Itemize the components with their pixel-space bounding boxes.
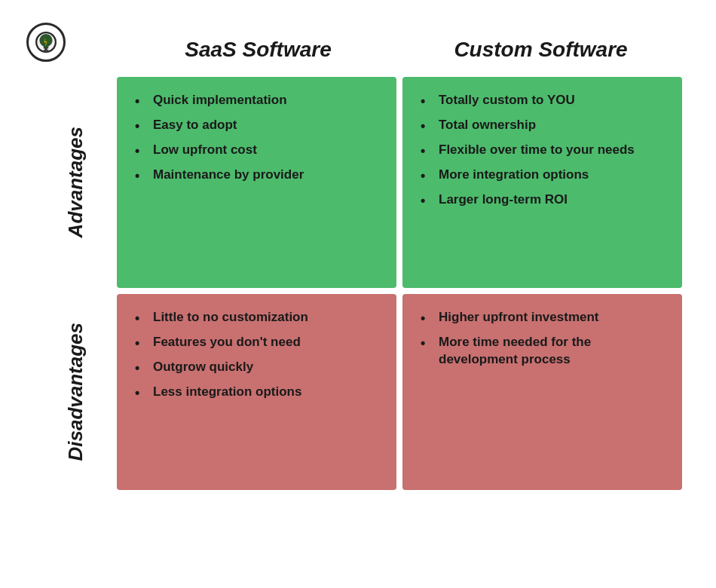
row-labels: Advantages Disadvantages — [34, 77, 117, 490]
advantages-row-label-container: Advantages — [34, 77, 117, 288]
custom-column-header: Custom Software — [399, 30, 682, 69]
custom-disadvantages-list: Higher upfront investmentMore time neede… — [421, 309, 664, 369]
list-item: Low upfront cost — [135, 142, 378, 159]
custom-disadvantages-cell: Higher upfront investmentMore time neede… — [402, 294, 682, 490]
list-item: Less integration options — [135, 384, 378, 401]
main-container: SaaS Software Custom Software Advantages… — [19, 15, 697, 573]
comparison-grid: Advantages Disadvantages Quick implement… — [34, 77, 682, 490]
disadvantages-row: Little to no customizationFeatures you d… — [117, 294, 682, 490]
grid-content: Quick implementationEasy to adoptLow upf… — [117, 77, 682, 490]
disadvantages-label: Disadvantages — [64, 323, 87, 461]
list-item: Easy to adopt — [135, 117, 378, 134]
list-item: Total ownership — [421, 117, 664, 134]
list-item: Larger long-term ROI — [421, 191, 664, 209]
column-headers: SaaS Software Custom Software — [117, 30, 682, 69]
saas-disadvantages-list: Little to no customizationFeatures you d… — [135, 309, 378, 401]
list-item: More integration options — [421, 167, 664, 184]
saas-disadvantages-cell: Little to no customizationFeatures you d… — [117, 294, 396, 490]
logo — [26, 23, 66, 62]
list-item: Flexible over time to your needs — [421, 142, 664, 159]
list-item: Quick implementation — [135, 92, 378, 109]
custom-advantages-cell: Totally custom to YOUTotal ownershipFlex… — [402, 77, 682, 288]
advantages-row: Quick implementationEasy to adoptLow upf… — [117, 77, 682, 288]
saas-column-header: SaaS Software — [117, 30, 399, 69]
custom-advantages-list: Totally custom to YOUTotal ownershipFlex… — [421, 92, 664, 209]
list-item: Totally custom to YOU — [421, 92, 664, 109]
list-item: Higher upfront investment — [421, 309, 664, 326]
advantages-label: Advantages — [64, 127, 87, 237]
list-item: Features you don't need — [135, 334, 378, 351]
list-item: More time needed for the development pro… — [421, 334, 664, 369]
disadvantages-row-label-container: Disadvantages — [34, 294, 117, 490]
list-item: Little to no customization — [135, 309, 378, 326]
list-item: Maintenance by provider — [135, 167, 378, 184]
saas-advantages-list: Quick implementationEasy to adoptLow upf… — [135, 92, 378, 184]
saas-advantages-cell: Quick implementationEasy to adoptLow upf… — [117, 77, 396, 288]
list-item: Outgrow quickly — [135, 359, 378, 376]
